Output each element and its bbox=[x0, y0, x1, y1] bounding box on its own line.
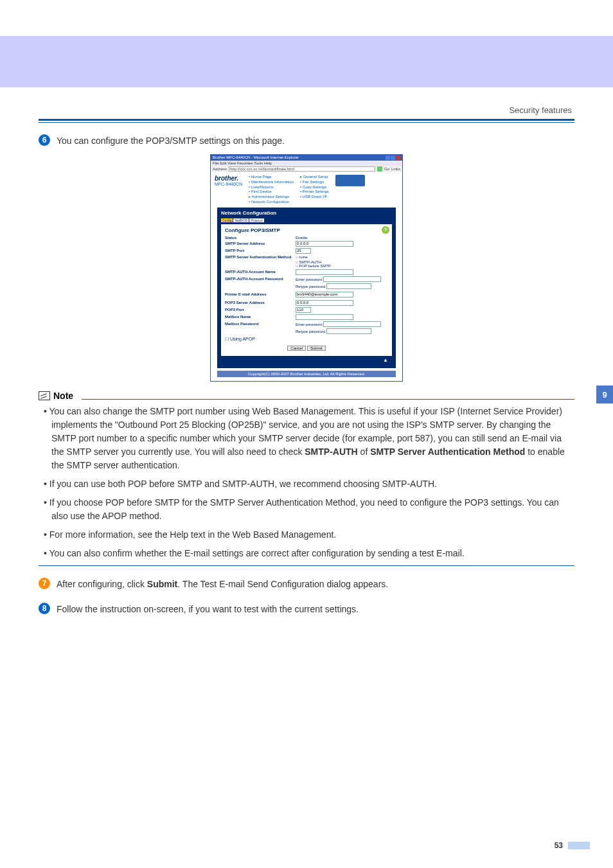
printer-email-label: Printer E-mail Address bbox=[225, 292, 296, 296]
links-label: Links bbox=[391, 167, 400, 171]
step-text-6: You can configure the POP3/SMTP settings… bbox=[57, 134, 285, 148]
go-label: Go bbox=[384, 167, 389, 171]
pop3-server-input[interactable] bbox=[296, 300, 353, 306]
step-text-8: Follow the instruction on-screen, if you… bbox=[57, 603, 359, 616]
mailbox-pw-label: Mailbox Password bbox=[225, 322, 296, 326]
tab-protocol[interactable]: Protocol bbox=[249, 218, 263, 222]
mailbox-pw-retype[interactable] bbox=[326, 328, 371, 334]
tab-netbios[interactable]: NetBIOS bbox=[233, 218, 249, 222]
brother-logo: brother. bbox=[215, 175, 242, 182]
acct-name-input[interactable] bbox=[296, 269, 353, 275]
acct-pw-input[interactable] bbox=[323, 276, 381, 282]
header-blue-bar bbox=[0, 36, 613, 87]
page-number: 53 bbox=[555, 841, 563, 850]
note-list: You can also change the SMTP port number… bbox=[44, 405, 574, 560]
ie-menubar[interactable]: File Edit View Favorites Tools Help bbox=[211, 161, 402, 166]
chapter-tab: 9 bbox=[596, 385, 613, 403]
auth-none[interactable]: ○ none bbox=[296, 255, 308, 259]
acct-pw-retype[interactable] bbox=[326, 283, 371, 289]
status-label: Status bbox=[225, 236, 296, 240]
embedded-screenshot: Brother MFC-9440CN - Microsoft Internet … bbox=[210, 154, 403, 382]
page-footer: 53 bbox=[555, 841, 590, 850]
note-rule-top bbox=[82, 399, 574, 400]
solutions-center-badge[interactable] bbox=[335, 175, 365, 186]
tab-config[interactable]: Config bbox=[221, 218, 233, 222]
note-item-5: You can also confirm whether the E-mail … bbox=[44, 547, 574, 560]
smtp-server-input[interactable] bbox=[296, 241, 353, 247]
note-title: Note bbox=[53, 391, 73, 401]
step-text-7: After configuring, click Submit. The Tes… bbox=[57, 578, 388, 591]
step-badge-7: 7 bbox=[39, 578, 50, 589]
help-icon[interactable]: ? bbox=[382, 226, 389, 234]
footer-bar-icon bbox=[568, 842, 590, 849]
scroll-up-icon[interactable]: ▲ bbox=[221, 356, 392, 363]
netconf-title: Network Configuration bbox=[221, 210, 392, 216]
nav-left[interactable]: • Home Page • Maintenance Information • … bbox=[249, 175, 294, 205]
smtp-port-input[interactable] bbox=[296, 248, 311, 254]
section-header: Security features bbox=[39, 105, 572, 115]
acct-pw-label: SMTP-AUTH Account Password bbox=[225, 277, 296, 281]
ie-titlebar: Brother MFC-9440CN - Microsoft Internet … bbox=[211, 155, 402, 161]
rule-thick bbox=[39, 119, 574, 121]
note-item-4: For more information, see the Help text … bbox=[44, 528, 574, 542]
step-badge-6: 6 bbox=[39, 134, 50, 146]
submit-button[interactable]: Submit bbox=[307, 346, 326, 351]
pop3-port-input[interactable] bbox=[296, 307, 311, 313]
note-item-2: If you can use both POP before SMTP and … bbox=[44, 477, 574, 491]
model-label: MFC-9440CN bbox=[215, 182, 242, 186]
netconf-tabs[interactable]: ConfigNetBIOSProtocol bbox=[221, 218, 392, 222]
smtp-port-label: SMTP Port bbox=[225, 249, 296, 252]
window-controls[interactable] bbox=[386, 155, 400, 160]
acct-name-label: SMTP-AUTH Account Name bbox=[225, 270, 296, 274]
mailbox-input[interactable] bbox=[296, 314, 353, 320]
copyright: Copyright(C) 2000-2007 Brother Industrie… bbox=[217, 371, 396, 377]
auth-pop[interactable]: ○ POP before SMTP bbox=[296, 264, 388, 268]
status-value: Enable bbox=[296, 236, 308, 240]
pop3-server-label: POP3 Server Address bbox=[225, 301, 296, 305]
nav-right[interactable]: ▸ General Setup • Fax Settings • Copy Se… bbox=[300, 175, 329, 205]
smtp-server-label: SMTP Server Address bbox=[225, 242, 296, 245]
pop3-smtp-form: ? Configure POP3/SMTP StatusEnable SMTP … bbox=[221, 224, 392, 356]
note-rule-bottom bbox=[39, 565, 574, 566]
ie-title-text: Brother MFC-9440CN - Microsoft Internet … bbox=[213, 155, 299, 160]
network-config-panel: Network Configuration ConfigNetBIOSProto… bbox=[217, 208, 396, 368]
note-icon bbox=[39, 391, 50, 400]
apop-checkbox[interactable]: ☐ Using APOP bbox=[225, 337, 255, 342]
addr-label: Address bbox=[213, 167, 227, 171]
cancel-button[interactable]: Cancel bbox=[287, 346, 306, 351]
step-badge-8: 8 bbox=[39, 603, 50, 614]
rule-thin bbox=[39, 122, 574, 123]
ie-address-bar[interactable]: Address http://xxx.xxx.xx.xx/bio/certifi… bbox=[211, 166, 402, 172]
pop3-port-label: POP3 Port bbox=[225, 308, 296, 312]
form-heading: Configure POP3/SMTP bbox=[225, 227, 388, 233]
mailbox-pw-input[interactable] bbox=[323, 321, 381, 327]
note-item-1: You can also change the SMTP port number… bbox=[44, 405, 574, 472]
note-item-3: If you choose POP before SMTP for the SM… bbox=[44, 496, 574, 523]
mailbox-label: Mailbox Name bbox=[225, 315, 296, 319]
go-button[interactable] bbox=[377, 166, 382, 172]
printer-email-input[interactable] bbox=[296, 292, 353, 297]
addr-url[interactable]: http://xxx.xxx.xx.xx/bio/certificate.htm… bbox=[229, 166, 375, 172]
smtp-auth-label: SMTP Server Authentication Method bbox=[225, 255, 296, 259]
